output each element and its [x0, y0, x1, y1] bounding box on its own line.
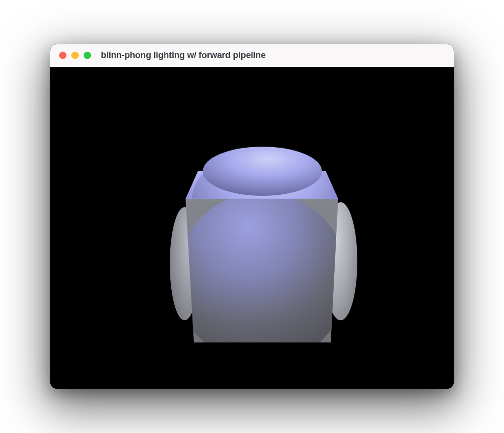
minimize-icon[interactable]	[71, 52, 79, 59]
traffic-lights	[59, 52, 91, 59]
titlebar[interactable]: blinn-phong lighting w/ forward pipeline	[50, 44, 454, 67]
app-window: blinn-phong lighting w/ forward pipeline	[50, 44, 454, 389]
rendered-scene	[50, 67, 454, 389]
window-title: blinn-phong lighting w/ forward pipeline	[101, 50, 266, 61]
close-icon[interactable]	[59, 52, 66, 59]
zoom-icon[interactable]	[84, 52, 91, 59]
render-viewport[interactable]	[50, 67, 454, 389]
sphere-top-dome-cap	[203, 147, 322, 196]
sphere-front-dome	[176, 192, 348, 365]
